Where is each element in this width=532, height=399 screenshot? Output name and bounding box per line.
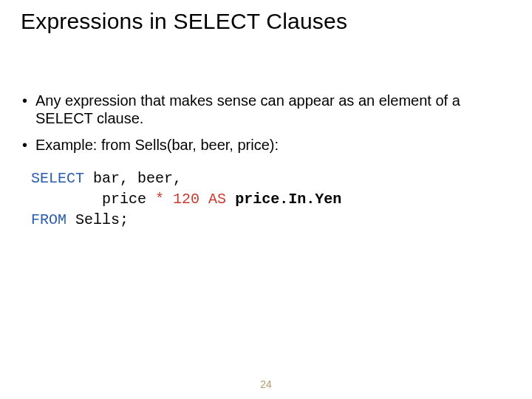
keyword-from: FROM [31, 211, 66, 228]
code-block: SELECT bar, beer, price * 120 AS price.I… [31, 168, 511, 231]
bullet-item: Example: from Sells(bar, beer, price): [21, 136, 511, 154]
code-text: bar, beer, [84, 170, 182, 187]
code-text: price [102, 191, 155, 208]
code-text [164, 191, 173, 208]
code-text [226, 191, 235, 208]
keyword-select: SELECT [31, 170, 84, 187]
operator-star: * [155, 191, 164, 208]
code-text [200, 191, 208, 208]
slide-body: Any expression that makes sense can appe… [21, 92, 511, 231]
bullet-list: Any expression that makes sense can appe… [21, 92, 511, 154]
code-text: Sells; [66, 211, 129, 228]
page-number: 24 [0, 378, 532, 390]
literal-number: 120 [173, 191, 200, 208]
slide: Expressions in SELECT Clauses Any expres… [0, 0, 532, 399]
keyword-as: AS [208, 191, 226, 208]
slide-title: Expressions in SELECT Clauses [21, 9, 511, 38]
bullet-item: Any expression that makes sense can appe… [21, 92, 511, 127]
code-indent [31, 191, 102, 208]
alias-name: price.In.Yen [235, 191, 341, 208]
